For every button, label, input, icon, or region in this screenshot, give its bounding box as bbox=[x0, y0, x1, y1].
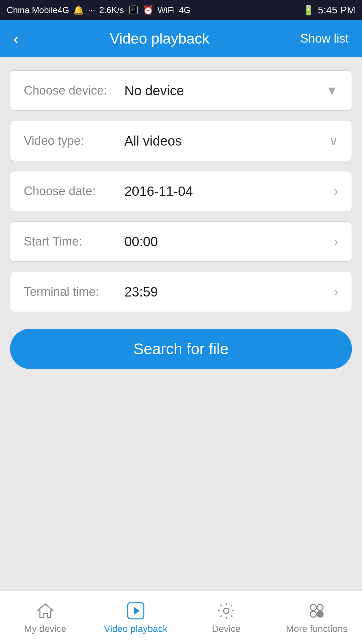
nav-item-video-playback[interactable]: Video playback bbox=[90, 601, 181, 634]
play-icon bbox=[126, 601, 146, 621]
header: ‹ Video playback Show list bbox=[0, 20, 362, 57]
video-type-label: Video type: bbox=[24, 134, 118, 148]
start-time-label: Start Time: bbox=[24, 234, 118, 249]
nav-label-video-playback: Video playback bbox=[104, 624, 167, 634]
chevron-right-icon: › bbox=[334, 184, 338, 199]
status-bar: China Mobile4G 🔔 ··· 2.6K/s 📳 ⏰ WiFi 4G … bbox=[0, 0, 362, 20]
nav-item-my-device[interactable]: My device bbox=[0, 601, 90, 634]
terminal-time-row[interactable]: Terminal time: 23:59 › bbox=[10, 272, 352, 312]
svg-point-4 bbox=[317, 604, 323, 610]
search-for-file-button[interactable]: Search for file bbox=[10, 329, 352, 369]
vibrate-icon: 📳 bbox=[128, 5, 139, 15]
chevron-down-icon: ∨ bbox=[329, 133, 338, 148]
wifi-icon: WiFi bbox=[158, 5, 175, 15]
svg-point-5 bbox=[310, 611, 316, 617]
notification-icon: 🔔 bbox=[73, 5, 84, 15]
carrier-label: China Mobile4G bbox=[7, 5, 69, 15]
home-icon bbox=[35, 601, 55, 621]
terminal-time-value: 23:59 bbox=[118, 284, 334, 300]
nav-item-more-functions[interactable]: More functions bbox=[272, 601, 362, 634]
bottom-nav: My device Video playback Device bbox=[0, 590, 362, 644]
choose-device-value: No device bbox=[118, 83, 325, 98]
page-title: Video playback bbox=[22, 30, 297, 47]
chevron-right-icon2: › bbox=[334, 234, 338, 249]
nav-label-my-device: My device bbox=[24, 624, 66, 634]
network-icon: 4G bbox=[179, 5, 191, 15]
svg-point-6 bbox=[317, 611, 323, 617]
choose-date-label: Choose date: bbox=[24, 184, 118, 198]
main-content: Choose device: No device ▼ Video type: A… bbox=[0, 57, 362, 382]
more-functions-icon bbox=[307, 601, 327, 621]
dropdown-icon: ▼ bbox=[325, 84, 338, 98]
svg-point-3 bbox=[310, 604, 316, 610]
start-time-value: 00:00 bbox=[118, 234, 334, 249]
time-label: 5:45 PM bbox=[318, 4, 355, 16]
show-list-button[interactable]: Show list bbox=[297, 28, 352, 49]
back-button[interactable]: ‹ bbox=[10, 26, 22, 51]
choose-device-label: Choose device: bbox=[24, 84, 118, 98]
nav-item-device[interactable]: Device bbox=[181, 601, 272, 634]
nav-label-more-functions: More functions bbox=[286, 624, 348, 634]
start-time-row[interactable]: Start Time: 00:00 › bbox=[10, 221, 352, 262]
gear-icon bbox=[216, 601, 236, 621]
video-type-value: All videos bbox=[118, 133, 329, 149]
terminal-time-label: Terminal time: bbox=[24, 285, 118, 299]
svg-marker-1 bbox=[134, 607, 140, 615]
video-type-row[interactable]: Video type: All videos ∨ bbox=[10, 121, 352, 161]
chevron-right-icon3: › bbox=[334, 285, 338, 299]
alarm-icon: ⏰ bbox=[143, 5, 154, 15]
choose-device-row[interactable]: Choose device: No device ▼ bbox=[10, 70, 352, 111]
choose-date-value: 2016-11-04 bbox=[118, 184, 334, 199]
svg-point-2 bbox=[224, 608, 229, 613]
more-icon: ··· bbox=[88, 5, 95, 15]
nav-label-device: Device bbox=[212, 624, 241, 634]
choose-date-row[interactable]: Choose date: 2016-11-04 › bbox=[10, 171, 352, 211]
battery-icon: 🔋 bbox=[303, 5, 314, 16]
speed-label: 2.6K/s bbox=[99, 5, 124, 15]
